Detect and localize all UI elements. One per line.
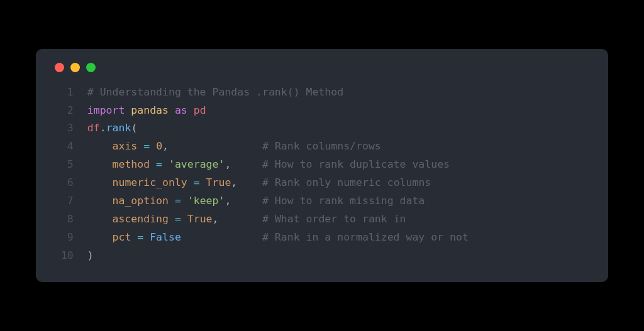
pad bbox=[231, 158, 262, 170]
minimize-icon[interactable] bbox=[70, 63, 80, 72]
indent bbox=[87, 158, 113, 170]
pad bbox=[181, 231, 262, 243]
op-assign: = bbox=[150, 158, 169, 170]
var-df: df bbox=[87, 122, 100, 134]
module-pandas: pandas bbox=[131, 104, 169, 116]
op-assign: = bbox=[169, 195, 187, 207]
kw-as: as bbox=[175, 104, 187, 116]
op-assign: = bbox=[169, 213, 187, 225]
comment-na-option: # How to rank missing data bbox=[262, 195, 425, 207]
paren-close: ) bbox=[87, 249, 94, 261]
code-content: # Understanding the Pandas .rank() Metho… bbox=[87, 84, 469, 265]
comment-header: # Understanding the Pandas .rank() Metho… bbox=[87, 86, 343, 98]
pad bbox=[237, 176, 262, 188]
indent bbox=[87, 213, 113, 225]
comment-numeric-only: # Rank only numeric columns bbox=[262, 176, 431, 188]
param-axis: axis bbox=[113, 140, 138, 152]
comma: , bbox=[162, 140, 169, 152]
pad bbox=[231, 195, 262, 207]
indent bbox=[87, 140, 113, 152]
val-ascending: True bbox=[187, 213, 213, 225]
code-area: 1 2 3 4 5 6 7 8 9 10 # Understanding the… bbox=[55, 84, 589, 265]
indent bbox=[87, 176, 113, 188]
titlebar bbox=[55, 63, 589, 72]
alias-pd: pd bbox=[194, 104, 206, 116]
dot: . bbox=[100, 122, 106, 134]
val-pct: False bbox=[150, 231, 181, 243]
comma: , bbox=[225, 195, 231, 207]
comma: , bbox=[225, 158, 231, 170]
param-na-option: na_option bbox=[113, 195, 169, 207]
param-numeric-only: numeric_only bbox=[113, 176, 187, 188]
comment-pct: # Rank in a normalized way or not bbox=[262, 231, 469, 243]
code-window: 1 2 3 4 5 6 7 8 9 10 # Understanding the… bbox=[36, 49, 608, 283]
line-number-gutter: 1 2 3 4 5 6 7 8 9 10 bbox=[55, 84, 87, 265]
val-na-option: 'keep' bbox=[187, 195, 225, 207]
pad bbox=[218, 213, 262, 225]
val-numeric-only: True bbox=[206, 176, 231, 188]
close-icon[interactable] bbox=[55, 63, 64, 72]
func-rank: rank bbox=[106, 122, 131, 134]
val-axis: 0 bbox=[156, 140, 162, 152]
space bbox=[187, 104, 194, 116]
zoom-icon[interactable] bbox=[86, 63, 96, 72]
param-method: method bbox=[113, 158, 150, 170]
op-assign: = bbox=[187, 176, 206, 188]
comment-method: # How to rank duplicate values bbox=[262, 158, 450, 170]
comment-ascending: # What order to rank in bbox=[262, 213, 406, 225]
space bbox=[169, 104, 175, 116]
comma: , bbox=[213, 213, 219, 225]
param-pct: pct bbox=[113, 231, 131, 243]
indent bbox=[87, 195, 113, 207]
op-assign: = bbox=[137, 140, 156, 152]
space bbox=[125, 104, 131, 116]
indent bbox=[87, 231, 113, 243]
op-assign: = bbox=[131, 231, 150, 243]
pad bbox=[169, 140, 262, 152]
comma: , bbox=[231, 176, 237, 188]
param-ascending: ascending bbox=[113, 213, 169, 225]
paren-open: ( bbox=[131, 122, 137, 134]
val-method: 'average' bbox=[169, 158, 225, 170]
kw-import: import bbox=[87, 104, 125, 116]
comment-axis: # Rank columns/rows bbox=[262, 140, 381, 152]
